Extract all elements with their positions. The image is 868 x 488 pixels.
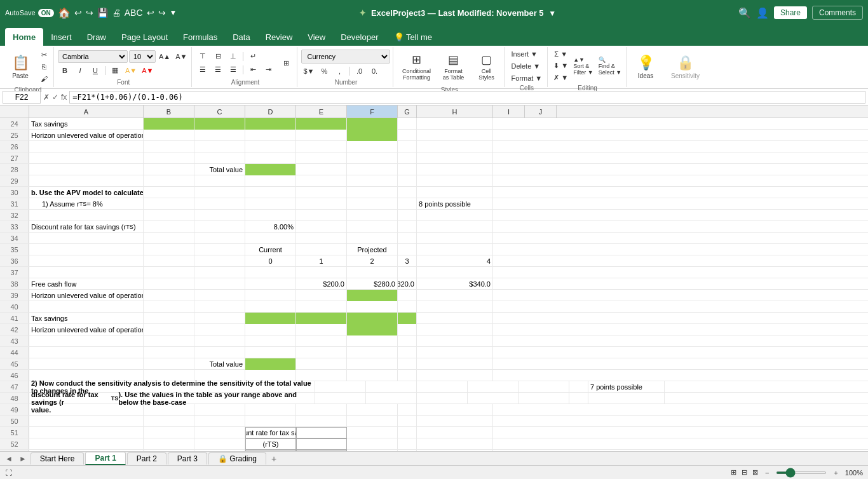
border-button[interactable]: ▦ [108, 65, 122, 76]
cell-f43[interactable] [347, 336, 398, 347]
cell-d47[interactable] [417, 381, 468, 393]
cell-h27[interactable] [417, 152, 493, 164]
tab-pagelayout[interactable]: Page Layout [114, 28, 175, 46]
cell-e27[interactable] [296, 152, 347, 164]
cell-a35[interactable] [29, 244, 144, 255]
cell-d48[interactable] [417, 393, 468, 404]
cell-d45[interactable] [245, 358, 296, 370]
merge-center-button[interactable]: ⊞ [278, 51, 294, 75]
cell-h33[interactable] [417, 221, 493, 233]
cell-h48[interactable] [588, 393, 665, 404]
cell-h42[interactable] [417, 324, 493, 336]
cell-d35[interactable]: Current [245, 244, 296, 255]
cell-c33[interactable] [194, 221, 245, 233]
tab-data[interactable]: Data [225, 28, 257, 46]
col-header-h[interactable]: H [417, 105, 493, 118]
cell-g29[interactable] [398, 175, 417, 187]
cell-c52[interactable] [194, 438, 245, 450]
formula-cancel-icon[interactable]: ✗ [43, 93, 50, 102]
cell-f30[interactable] [347, 187, 398, 198]
formula-confirm-icon[interactable]: ✓ [52, 93, 58, 102]
cell-e33[interactable] [296, 221, 347, 233]
cell-f25[interactable] [347, 130, 398, 141]
cell-a41[interactable]: Tax savings [29, 313, 144, 324]
cell-e48[interactable] [468, 393, 519, 404]
cell-b52[interactable] [144, 438, 194, 450]
decrease-decimal-button[interactable]: 0. [367, 65, 381, 77]
cell-e42[interactable] [296, 324, 347, 336]
align-center-button[interactable]: ☰ [211, 64, 225, 76]
cell-g24[interactable] [398, 118, 417, 130]
tab-developer[interactable]: Developer [333, 28, 386, 46]
cell-c42[interactable] [194, 324, 245, 336]
cell-c53[interactable] [194, 450, 245, 451]
tab-tellme[interactable]: 💡 Tell me [386, 28, 440, 46]
cell-a29[interactable] [29, 175, 144, 187]
ideas-button[interactable]: 💡 Ideas [630, 48, 661, 85]
cell-g46[interactable] [398, 370, 417, 381]
page-layout-view-icon[interactable]: ⊟ [742, 468, 747, 477]
cell-d33[interactable]: 8.00% [245, 221, 296, 233]
cell-c27[interactable] [194, 152, 245, 164]
cell-f26[interactable] [347, 141, 398, 152]
cell-d49[interactable] [245, 404, 296, 416]
delete-button[interactable]: Delete ▼ [508, 60, 545, 71]
conditional-formatting-button[interactable]: ⊞ Conditional Formatting [397, 48, 435, 85]
align-right-button[interactable]: ☰ [226, 64, 240, 76]
cell-a43[interactable] [29, 336, 144, 347]
underline-button[interactable]: U [88, 65, 102, 76]
status-expand-icon[interactable]: ⛶ [5, 469, 12, 477]
cell-d40[interactable] [245, 301, 296, 313]
cell-a48[interactable]: discount rate for tax savings (rTS). Use… [29, 393, 315, 404]
cell-h40[interactable] [417, 301, 493, 313]
page-break-view-icon[interactable]: ⊠ [752, 468, 758, 477]
cell-f48[interactable] [519, 393, 569, 404]
cell-f36[interactable]: 2 [347, 255, 398, 267]
format-button[interactable]: Format ▼ [508, 72, 545, 83]
autosave-toggle[interactable]: ON [38, 9, 54, 17]
cell-a31[interactable]: 1) Assume rTS = 8% [29, 198, 144, 210]
cell-c47[interactable] [366, 381, 417, 393]
cell-e32[interactable] [296, 210, 347, 221]
cell-f41[interactable] [347, 313, 398, 324]
dollar-button[interactable]: $▼ [301, 65, 316, 77]
font-color-button[interactable]: A▼ [140, 65, 155, 76]
align-bottom-button[interactable]: ⊥ [226, 51, 240, 62]
col-header-d[interactable]: D [245, 105, 296, 118]
cell-d31[interactable] [245, 198, 296, 210]
cell-f33[interactable] [347, 221, 398, 233]
cell-d41[interactable] [245, 313, 296, 324]
cell-d34[interactable] [245, 233, 296, 244]
cell-b43[interactable] [144, 336, 194, 347]
zoom-out-button[interactable]: − [763, 469, 771, 477]
cell-h32[interactable] [417, 210, 493, 221]
cell-h35[interactable] [417, 244, 493, 255]
cell-c25[interactable] [194, 130, 245, 141]
zoom-in-button[interactable]: + [832, 469, 839, 477]
cell-h36[interactable]: 4 [417, 255, 493, 267]
cell-g38[interactable]: $320.0 [398, 278, 417, 290]
cell-f37[interactable] [347, 267, 398, 278]
cell-e24[interactable] [296, 118, 347, 130]
cell-c49[interactable] [194, 404, 245, 416]
copy-button[interactable]: ⎘ [37, 61, 51, 72]
cell-a45[interactable] [29, 358, 144, 370]
cell-f27[interactable] [347, 152, 398, 164]
cell-b33[interactable] [144, 221, 194, 233]
cell-g48[interactable] [569, 393, 588, 404]
cell-g39[interactable] [398, 290, 417, 301]
cell-g26[interactable] [398, 141, 417, 152]
cell-g49[interactable] [398, 404, 417, 416]
user-icon[interactable]: 👤 [756, 7, 769, 19]
tab-draw[interactable]: Draw [79, 28, 114, 46]
cell-c51[interactable] [194, 427, 245, 438]
cell-f39[interactable] [347, 290, 398, 301]
cell-d30[interactable] [245, 187, 296, 198]
cell-a25[interactable]: Horizon unlevered value of operations [29, 130, 144, 141]
cell-h44[interactable] [417, 347, 493, 358]
cell-d32[interactable] [245, 210, 296, 221]
increase-font-button[interactable]: A▲ [157, 51, 172, 62]
cell-e25[interactable] [296, 130, 347, 141]
cell-f44[interactable] [347, 347, 398, 358]
customize-icon[interactable]: ▼ [170, 8, 177, 17]
